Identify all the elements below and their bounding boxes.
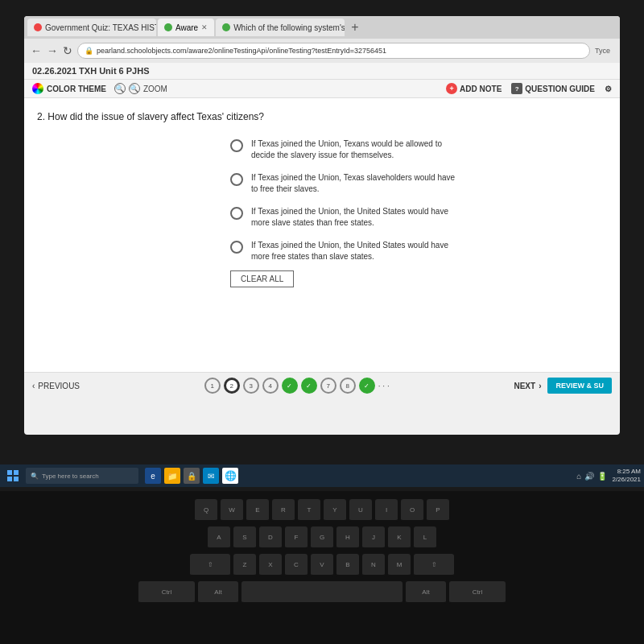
taskbar-icon-edge[interactable]: e: [145, 468, 161, 484]
key-space[interactable]: [242, 581, 402, 604]
clear-all-button[interactable]: CLEAR ALL: [230, 270, 294, 287]
key-shift-left[interactable]: ⇧: [190, 554, 230, 576]
settings-button[interactable]: ⚙: [605, 85, 612, 93]
taskbar-icon-lock[interactable]: 🔒: [184, 468, 200, 484]
color-theme-label: COLOR THEME: [47, 85, 106, 93]
q-dot-1[interactable]: 1: [204, 378, 221, 394]
favicon-icon: [164, 23, 172, 31]
key-e[interactable]: E: [246, 499, 269, 522]
key-ctrl-right[interactable]: Ctrl: [449, 581, 506, 604]
toolbar-right: + ADD NOTE ? QUESTION GUIDE ⚙: [446, 83, 612, 94]
search-placeholder: Type here to search: [42, 473, 99, 480]
prev-arrow-icon: ‹: [32, 382, 35, 390]
q-dot-7[interactable]: 7: [320, 378, 336, 394]
color-wheel-icon: [32, 83, 43, 94]
tyce-label: Tyce: [595, 47, 613, 55]
taskbar-icon-chrome[interactable]: 🌐: [222, 468, 238, 484]
main-content: 2. How did the issue of slavery affect T…: [24, 98, 620, 372]
url-text: pearland.schoolobjects.com/aware2/online…: [97, 47, 386, 55]
app-title: 02.26.2021 TXH Unit 6 PJHS: [32, 66, 150, 76]
add-note-button[interactable]: + ADD NOTE: [446, 83, 502, 94]
review-submit-button[interactable]: REVIEW & SU: [547, 378, 612, 394]
refresh-button[interactable]: ↻: [63, 44, 72, 57]
key-h[interactable]: H: [336, 526, 359, 549]
key-alt[interactable]: Alt: [198, 581, 238, 604]
q-dot-6[interactable]: ✓: [301, 378, 317, 394]
key-v[interactable]: V: [311, 554, 333, 576]
answer-option-d[interactable]: If Texas joined the Union, the United St…: [230, 240, 607, 262]
q-dot-2[interactable]: 2: [224, 378, 240, 394]
new-tab-button[interactable]: +: [346, 20, 363, 35]
key-j[interactable]: J: [362, 526, 385, 549]
previous-button[interactable]: ‹ PREVIOUS: [32, 382, 80, 390]
next-button[interactable]: NEXT ›: [514, 382, 541, 390]
taskbar-search[interactable]: 🔍 Type here to search: [26, 468, 138, 484]
taskbar-icon-mail[interactable]: ✉: [203, 468, 219, 484]
question-text: 2. How did the issue of slavery affect T…: [37, 111, 607, 122]
key-x[interactable]: X: [259, 554, 282, 576]
question-guide-icon: ?: [511, 83, 522, 94]
key-z[interactable]: Z: [233, 554, 256, 576]
radio-a[interactable]: [230, 139, 243, 152]
key-q[interactable]: Q: [195, 499, 217, 522]
back-button[interactable]: ←: [31, 44, 42, 57]
key-alt-right[interactable]: Alt: [406, 581, 446, 604]
toolbar: COLOR THEME 🔍 🔍 ZOOM + ADD NOTE ? QUESTI…: [24, 80, 620, 98]
key-s[interactable]: S: [233, 526, 256, 549]
favicon-icon: [34, 23, 42, 31]
key-f[interactable]: F: [285, 526, 308, 549]
tab-aware[interactable]: Aware ✕: [158, 19, 214, 36]
radio-d[interactable]: [230, 241, 243, 254]
key-b[interactable]: B: [336, 554, 359, 576]
toolbar-left: COLOR THEME 🔍 🔍 ZOOM: [32, 83, 167, 94]
key-o[interactable]: O: [401, 499, 423, 522]
q-dot-9[interactable]: ✓: [359, 378, 375, 394]
key-n[interactable]: N: [362, 554, 385, 576]
key-i[interactable]: I: [375, 499, 398, 522]
key-l[interactable]: L: [414, 526, 436, 549]
tab-label: Which of the following system's: [233, 23, 345, 32]
q-dot-8[interactable]: 8: [340, 378, 356, 394]
key-g[interactable]: G: [311, 526, 333, 549]
radio-c[interactable]: [230, 207, 243, 220]
question-guide-button[interactable]: ? QUESTION GUIDE: [511, 83, 595, 94]
key-r[interactable]: R: [272, 499, 295, 522]
q-dot-5[interactable]: ✓: [282, 378, 298, 394]
tab-close-icon[interactable]: ✕: [201, 23, 208, 31]
key-c[interactable]: C: [285, 554, 308, 576]
key-d[interactable]: D: [259, 526, 282, 549]
key-ctrl[interactable]: Ctrl: [138, 581, 195, 604]
network-icon: ⌂: [576, 472, 581, 481]
zoom-in-icon[interactable]: 🔍: [129, 83, 140, 94]
taskbar-icon-explorer[interactable]: 📁: [164, 468, 180, 484]
windows-start-button[interactable]: [3, 466, 23, 485]
lock-icon: 🔒: [85, 47, 93, 55]
answer-option-c[interactable]: If Texas joined the Union, the United St…: [230, 206, 607, 229]
zoom-out-icon[interactable]: 🔍: [114, 83, 126, 94]
volume-icon: 🔊: [584, 472, 594, 481]
color-theme-button[interactable]: COLOR THEME: [32, 83, 106, 94]
keyboard: Q W E R T Y U I O P A S D F G H J K L ⇧ …: [0, 491, 644, 644]
q-dot-3[interactable]: 3: [243, 378, 259, 394]
key-k[interactable]: K: [388, 526, 411, 549]
key-u[interactable]: U: [349, 499, 372, 522]
answer-option-a[interactable]: If Texas joined the Union, Texans would …: [230, 138, 607, 161]
key-shift-right[interactable]: ⇧: [414, 554, 454, 576]
radio-b[interactable]: [230, 173, 243, 186]
key-t[interactable]: T: [298, 499, 320, 522]
tab-gov-quiz[interactable]: Government Quiz: TEXAS HISTO ✕: [27, 19, 156, 36]
q-dot-4[interactable]: 4: [262, 378, 279, 394]
app-header: 02.26.2021 TXH Unit 6 PJHS: [24, 63, 620, 80]
key-a[interactable]: A: [208, 526, 230, 549]
key-w[interactable]: W: [221, 499, 243, 522]
forward-button[interactable]: →: [47, 44, 58, 57]
keyboard-row-2: A S D F G H J K L: [16, 526, 628, 549]
address-bar[interactable]: 🔒 pearland.schoolobjects.com/aware2/onli…: [77, 43, 590, 59]
answer-option-b[interactable]: If Texas joined the Union, Texas slaveho…: [230, 172, 607, 195]
key-p[interactable]: P: [427, 499, 449, 522]
key-y[interactable]: Y: [324, 499, 346, 522]
clock-time: 8:25 AM: [612, 468, 641, 476]
nav-footer: ‹ PREVIOUS 1 2 3 4 ✓ ✓ 7 8 ✓ · · · NEXT …: [24, 372, 620, 398]
key-m[interactable]: M: [388, 554, 411, 576]
tab-which[interactable]: Which of the following system's ✕: [216, 19, 345, 36]
